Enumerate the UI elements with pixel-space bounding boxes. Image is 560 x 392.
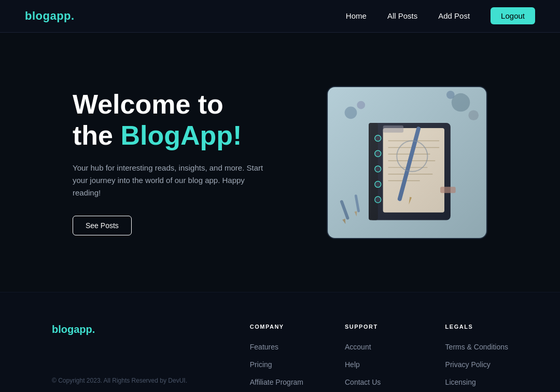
footer-col-support-heading: Support xyxy=(345,324,404,330)
hero-image xyxy=(327,86,487,239)
footer-link-account[interactable]: Account xyxy=(345,342,404,352)
logout-button[interactable]: Logout xyxy=(491,7,535,24)
footer-col-company-links: Features Pricing Affiliate Program Press… xyxy=(250,342,303,392)
footer-col-legals: Legals Terms & Conditions Privacy Policy… xyxy=(445,324,508,392)
footer-col-legals-heading: Legals xyxy=(445,324,508,330)
footer-columns: Company Features Pricing Affiliate Progr… xyxy=(250,324,508,392)
hero-title-line1: Welcome to xyxy=(73,89,223,119)
nav-item-home[interactable]: Home xyxy=(346,11,367,21)
hero-section: Welcome to the BlogApp! Your hub for int… xyxy=(0,33,560,292)
hero-title-accent: BlogApp! xyxy=(120,120,242,150)
footer-link-privacy[interactable]: Privacy Policy xyxy=(445,360,508,369)
footer-copyright: © Copyright 2023. All Rights Reserved by… xyxy=(52,377,187,384)
navbar: blogapp. Home All Posts Add Post Logout xyxy=(0,0,560,33)
footer-col-support-links: Account Help Contact Us Customer Support xyxy=(345,342,404,392)
nav-item-add-post[interactable]: Add Post xyxy=(438,11,470,21)
footer-link-licensing[interactable]: Licensing xyxy=(445,377,508,387)
footer-col-company-heading: Company xyxy=(250,324,303,330)
footer-link-contact[interactable]: Contact Us xyxy=(345,377,404,387)
footer: blogapp. © Copyright 2023. All Rights Re… xyxy=(0,292,560,392)
footer-brand: blogapp. © Copyright 2023. All Rights Re… xyxy=(52,324,187,384)
nav-link-all-posts[interactable]: All Posts xyxy=(387,11,417,20)
nav-item-logout[interactable]: Logout xyxy=(491,11,535,21)
footer-logo[interactable]: blogapp. xyxy=(52,324,187,335)
see-posts-button[interactable]: See Posts xyxy=(73,216,132,235)
hero-illustration xyxy=(328,87,486,238)
footer-link-help[interactable]: Help xyxy=(345,360,404,369)
svg-rect-30 xyxy=(328,87,486,238)
brand-logo[interactable]: blogapp. xyxy=(25,9,75,23)
footer-link-features[interactable]: Features xyxy=(250,342,303,352)
hero-text: Welcome to the BlogApp! Your hub for int… xyxy=(73,89,270,235)
nav-links: Home All Posts Add Post Logout xyxy=(346,11,535,21)
footer-col-legals-links: Terms & Conditions Privacy Policy Licens… xyxy=(445,342,508,387)
footer-link-pricing[interactable]: Pricing xyxy=(250,360,303,369)
footer-link-affiliate[interactable]: Affiliate Program xyxy=(250,377,303,387)
hero-subtitle: Your hub for interesting reads, insights… xyxy=(73,162,270,199)
hero-title: Welcome to the BlogApp! xyxy=(73,89,270,151)
hero-title-line2: the BlogApp! xyxy=(73,120,242,150)
nav-link-add-post[interactable]: Add Post xyxy=(438,11,470,20)
nav-item-all-posts[interactable]: All Posts xyxy=(387,11,417,21)
footer-col-company: Company Features Pricing Affiliate Progr… xyxy=(250,324,303,392)
footer-top: blogapp. © Copyright 2023. All Rights Re… xyxy=(52,324,508,392)
footer-col-support: Support Account Help Contact Us Customer… xyxy=(345,324,404,392)
nav-link-home[interactable]: Home xyxy=(346,11,367,20)
footer-link-terms[interactable]: Terms & Conditions xyxy=(445,342,508,352)
